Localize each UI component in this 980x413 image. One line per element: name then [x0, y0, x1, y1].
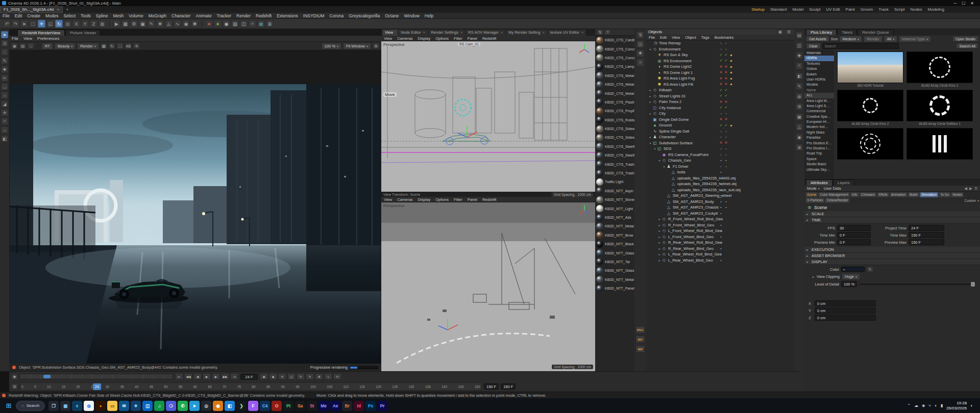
lod-slider[interactable]	[859, 283, 975, 285]
sort-icon[interactable]: ⇅	[597, 29, 603, 35]
viewport-menu-item[interactable]: Panel	[465, 197, 480, 202]
viewport-menu-item[interactable]: Cameras	[395, 36, 415, 41]
object-tree-row[interactable]: Street Lights 01	[646, 93, 794, 99]
library-category[interactable]: Studio Basic	[804, 162, 834, 167]
expand-icon[interactable]	[657, 247, 662, 250]
layout-preset-button[interactable]: Sculpt	[809, 7, 820, 12]
object-tree-row[interactable]: Character	[646, 134, 794, 140]
strip-icon[interactable]: ✎	[796, 83, 803, 90]
taskbar-app-icon[interactable]: Ps	[365, 401, 376, 411]
render-toggle[interactable]: Render	[864, 36, 883, 42]
object-tree-row[interactable]: R_Rear_Wheel_Roll_Bind_Geo	[646, 240, 794, 246]
taskbar-app-icon[interactable]: F	[248, 401, 258, 411]
tool-icon[interactable]: ✛	[1, 109, 8, 116]
section-scale[interactable]: ▸SCALE	[804, 211, 980, 217]
taskbar-app-icon[interactable]: Id	[354, 401, 364, 411]
object-tree-row[interactable]: Palm Trees 2	[646, 99, 794, 105]
taskbar-app-icon[interactable]: ❍	[166, 401, 176, 411]
library-category[interactable]: ALL	[804, 93, 834, 98]
object-tree-row[interactable]: Ground	[646, 122, 794, 128]
material-item[interactable]: KB3D_CTS_Concr	[595, 44, 634, 53]
expand-icon[interactable]	[657, 235, 662, 239]
renderview-toolbar-icon[interactable]: ↻	[109, 43, 115, 49]
object-tree-row[interactable]: R_Rear_Wheel_Bind_Geo	[646, 246, 794, 252]
visibility-toggles[interactable]	[719, 76, 733, 81]
visibility-toggles[interactable]	[719, 217, 723, 221]
renderview-settings-icon[interactable]: ⚙	[373, 43, 379, 49]
transport-button[interactable]: ▶▶	[221, 373, 229, 380]
material-sphere[interactable]	[596, 90, 603, 97]
object-tree-row[interactable]: L_Front_Wheel_Bind_Geo	[646, 234, 794, 240]
material-item[interactable]: KB3D_CTS_Metal	[595, 80, 634, 89]
material-item[interactable]: KB3D_CTS_Rubbe	[595, 116, 634, 124]
mode-dropdown[interactable]: Mode	[807, 186, 820, 191]
pass-dropdown[interactable]: Beauty	[55, 43, 76, 49]
material-sphere[interactable]	[596, 170, 603, 177]
material-item[interactable]: KB3D_NTT_Ads	[595, 213, 634, 222]
tool-icon[interactable]: ✚	[1, 66, 8, 73]
viewport-menu-item[interactable]: Display	[415, 36, 433, 41]
minimize-button[interactable]: ─	[953, 1, 957, 6]
field-value[interactable]: 150 F	[909, 232, 944, 238]
menu-item[interactable]: Help	[422, 13, 436, 18]
tray-icon[interactable]: ◖	[935, 403, 937, 408]
object-tree-row[interactable]: RS Environment	[646, 58, 794, 64]
layout-preset-button[interactable]: Groom	[861, 7, 873, 12]
expand-icon[interactable]	[648, 100, 652, 104]
axis-value-field[interactable]: 0 cm	[815, 315, 876, 321]
library-asset[interactable]: ALM2 Array Circle Kino 1	[906, 51, 973, 88]
attribute-category-chip[interactable]: Info	[850, 192, 859, 197]
panel-menu-icon[interactable]: ≣	[786, 29, 792, 35]
object-tree-row[interactable]: RS Sun & Sky	[646, 52, 794, 58]
renderview-menu-item[interactable]: Preferences	[35, 36, 62, 41]
expand-icon[interactable]	[657, 241, 662, 244]
record-button[interactable]: ✎	[306, 373, 314, 380]
back-icon[interactable]: ◀	[964, 186, 967, 191]
object-tree-row[interactable]: City	[646, 111, 794, 117]
expand-icon[interactable]	[648, 88, 652, 92]
expand-icon[interactable]: ▸	[813, 275, 814, 278]
renderview-toolbar-icon[interactable]: ◉	[11, 43, 18, 49]
keyframe-icon[interactable]: ◆	[11, 374, 18, 380]
taskbar-app-icon[interactable]: ✉	[119, 401, 129, 411]
tray-icon[interactable]: ◈	[922, 403, 925, 408]
visibility-toggles[interactable]	[719, 176, 723, 180]
attribute-tab[interactable]: Attributes	[806, 179, 832, 186]
axis-value-field[interactable]: 0 cm	[815, 307, 876, 314]
asset-thumbnail[interactable]	[837, 51, 903, 83]
section-execution[interactable]: ▸EXECUTION	[804, 247, 980, 253]
taskbar-app-icon[interactable]: ✆	[178, 401, 188, 411]
taskbar-search[interactable]: ◌ Search	[16, 401, 45, 411]
viewport-menu-item[interactable]: View	[381, 36, 395, 41]
asset-thumbnail[interactable]	[837, 90, 903, 121]
tool-icon[interactable]: ✂	[1, 74, 8, 82]
object-tree-row[interactable]: Kitbash	[646, 87, 794, 93]
taskbar-app-icon[interactable]: ❖	[131, 401, 141, 411]
object-tree-row[interactable]: SM_AST_AMR23_Cockpit	[646, 211, 794, 217]
object-tree-row[interactable]: SDS	[646, 146, 794, 152]
attribute-category-chip[interactable]: X-Particles	[805, 198, 824, 203]
range-end-field[interactable]: 150 F	[484, 383, 499, 390]
search-all-button[interactable]: Search All	[956, 43, 978, 49]
visibility-toggles[interactable]	[719, 59, 733, 63]
search-icon[interactable]: ◉	[777, 29, 783, 35]
layout-preset-button[interactable]: Paint	[846, 7, 855, 12]
layout-preset-button[interactable]: Nodes	[910, 7, 922, 12]
strip-icon[interactable]: ▦	[796, 113, 803, 120]
viewport-bottom-canvas[interactable]: Perspective Grid Spacing : 1000 cm	[381, 202, 595, 371]
material-item[interactable]: KB3D_CTS_Concr	[595, 54, 634, 62]
material-item[interactable]: KB3D_NTT_Brow	[595, 231, 634, 240]
material-item[interactable]: KB3D_CTS_Trash	[595, 160, 634, 168]
tool-icon[interactable]: ⌗	[1, 118, 8, 125]
attribute-category-chip[interactable]: Simulation	[920, 192, 938, 197]
renderview-menu-item[interactable]: View	[21, 36, 35, 41]
view-clipping-dropdown[interactable]: Huge	[842, 273, 860, 280]
library-asset[interactable]	[837, 128, 903, 165]
renderview-toolbar-icon[interactable]: ▤	[19, 43, 26, 49]
library-asset[interactable]: ALM2 Array Circle Softbox 1	[906, 90, 973, 126]
menu-item[interactable]: MoGraph	[146, 13, 169, 18]
record-button[interactable]: ∿	[324, 373, 332, 380]
toolbar-button[interactable]: ◱	[46, 20, 54, 28]
object-tree-row[interactable]: F1 Driver	[646, 164, 794, 170]
visibility-toggles[interactable]	[719, 65, 733, 69]
